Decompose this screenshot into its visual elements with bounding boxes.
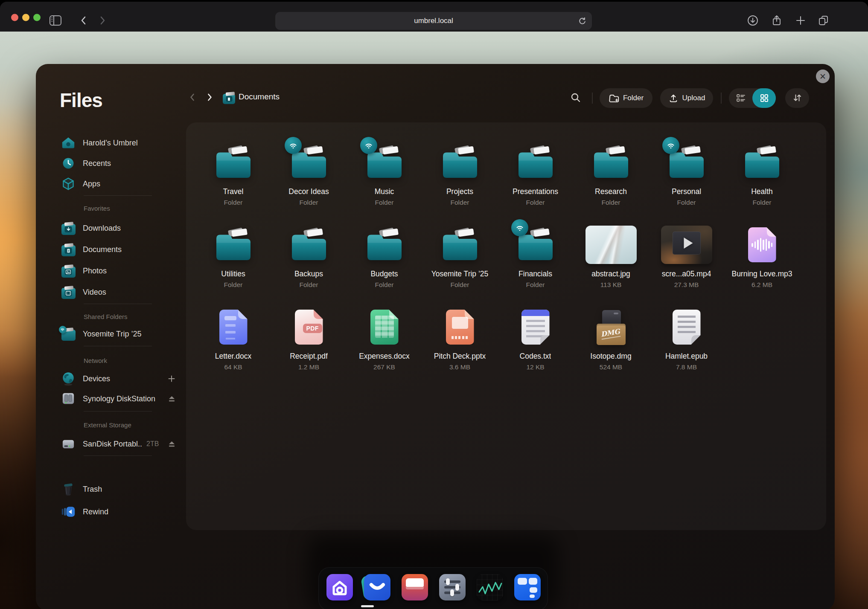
- sidebar-item-label: Documents: [83, 245, 122, 254]
- sidebar-item-documents[interactable]: Documents: [60, 239, 176, 260]
- search-icon[interactable]: [570, 92, 581, 103]
- sidebar-item-yosemite-trip[interactable]: Yosemite Trip ’25: [60, 324, 176, 344]
- nav-back-icon[interactable]: [188, 92, 197, 102]
- close-window-button[interactable]: [11, 14, 18, 21]
- file-tile[interactable]: Research Folder: [573, 132, 649, 214]
- dock: [318, 567, 548, 609]
- close-icon[interactable]: ✕: [816, 70, 830, 83]
- sidebar-item-synology[interactable]: Synology DiskStation: [60, 389, 176, 409]
- eject-icon[interactable]: [168, 441, 176, 448]
- wifi-badge-icon: [511, 219, 528, 236]
- breadcrumb[interactable]: Documents: [239, 92, 280, 102]
- sidebar-item-photos[interactable]: Photos: [60, 261, 176, 281]
- folder-icon: [288, 228, 330, 262]
- file-icon: [508, 306, 563, 348]
- file-tile[interactable]: Codes.txt 12 KB: [498, 296, 573, 379]
- dock-app-umbrel-home[interactable]: [326, 574, 353, 600]
- file-tile[interactable]: Budgets Folder: [347, 214, 422, 296]
- file-tile[interactable]: Letter.docx 64 KB: [195, 296, 271, 379]
- file-name: Hamlet.epub: [665, 352, 708, 361]
- file-name: Expenses.docx: [359, 352, 410, 361]
- sidebar-item-downloads[interactable]: Downloads: [60, 218, 176, 238]
- file-icon: [281, 141, 337, 184]
- file-tile[interactable]: Health Folder: [724, 132, 800, 214]
- file-tile[interactable]: PDF PDF Receipt.pdf 1.2 MB: [271, 296, 347, 379]
- sidebar-divider: [84, 346, 152, 346]
- file-tile[interactable]: Presentations Folder: [498, 132, 573, 214]
- pdf-file-icon: PDF: [295, 310, 323, 345]
- minimize-window-button[interactable]: [22, 14, 29, 21]
- refresh-icon[interactable]: [577, 16, 587, 26]
- file-tile[interactable]: abstract.jpg 113 KB: [573, 214, 649, 296]
- file-name: Burning Love.mp3: [731, 270, 792, 278]
- sidebar-toggle-icon[interactable]: [49, 15, 62, 26]
- file-meta: Folder: [451, 199, 469, 206]
- new-tab-icon[interactable]: [795, 15, 806, 26]
- dock-app-metrics[interactable]: [477, 574, 503, 600]
- downloads-folder-icon: [60, 222, 77, 235]
- home-icon: [326, 574, 353, 600]
- dock-app-settings[interactable]: [439, 574, 466, 600]
- sidebar-item-label: Rewind: [83, 508, 108, 516]
- folder-icon: [741, 145, 783, 180]
- sidebar-item-devices[interactable]: Devices: [60, 368, 176, 389]
- dock-app-widgets[interactable]: [514, 574, 541, 600]
- file-meta: 64 KB: [224, 363, 242, 371]
- nas-icon: [60, 392, 77, 406]
- file-tile[interactable]: Hamlet.epub 7.8 MB: [649, 296, 724, 379]
- file-tile[interactable]: Financials Folder: [498, 214, 573, 296]
- file-tile[interactable]: Projects Folder: [422, 132, 498, 214]
- sidebar-item-recents[interactable]: Recents: [60, 153, 176, 174]
- file-tile[interactable]: DMG DMG Isotope.dmg 524 MB: [573, 296, 649, 379]
- file-tile[interactable]: scre...a05.mp4 27.3 MB: [649, 214, 724, 296]
- new-folder-button[interactable]: Folder: [600, 88, 652, 108]
- sidebar-item-home[interactable]: Harold’s Umbrel: [60, 133, 176, 153]
- dock-app-store[interactable]: [364, 574, 390, 600]
- smile-icon: [364, 574, 390, 600]
- file-tile[interactable]: Decor Ideas Folder: [271, 132, 347, 214]
- play-icon: [684, 238, 693, 249]
- eject-icon[interactable]: [168, 395, 176, 403]
- file-icon: [583, 223, 639, 266]
- sidebar-item-trash[interactable]: Trash: [60, 479, 176, 499]
- sidebar-item-apps[interactable]: Apps: [60, 174, 176, 194]
- sidebar-item-label: Recents: [83, 159, 111, 168]
- address-bar[interactable]: umbrel.local: [275, 12, 592, 30]
- file-name: Yosemite Trip ’25: [431, 270, 489, 278]
- file-tile[interactable]: Pitch Deck.pptx 3.6 MB: [422, 296, 498, 379]
- file-tile[interactable]: Burning Love.mp3 6.2 MB: [724, 214, 800, 296]
- forward-icon[interactable]: [97, 15, 108, 26]
- sidebar-item-videos[interactable]: Videos: [60, 282, 176, 302]
- file-meta: 6.2 MB: [751, 281, 772, 289]
- file-tile[interactable]: Backups Folder: [271, 214, 347, 296]
- file-meta: 1.2 MB: [298, 363, 319, 371]
- file-tile[interactable]: Expenses.docx 267 KB: [347, 296, 422, 379]
- file-tile[interactable]: Yosemite Trip ’25 Folder: [422, 214, 498, 296]
- file-tile[interactable]: Music Folder: [347, 132, 422, 214]
- sidebar-divider: [84, 195, 152, 196]
- tab-overview-icon[interactable]: [818, 14, 830, 26]
- sidebar-item-label: Trash: [83, 485, 102, 494]
- sidebar-item-label: SanDisk Portabl..: [83, 440, 142, 449]
- back-icon[interactable]: [79, 15, 89, 26]
- list-view-button[interactable]: [729, 88, 752, 108]
- sort-button[interactable]: [785, 88, 809, 108]
- file-name: Backups: [294, 270, 323, 278]
- share-icon[interactable]: [771, 14, 782, 26]
- video-thumbnail: [661, 226, 712, 264]
- file-tile[interactable]: Travel Folder: [195, 132, 271, 214]
- sidebar-item-rewind[interactable]: Rewind: [60, 502, 176, 522]
- nav-forward-icon[interactable]: [205, 92, 214, 102]
- downloads-icon[interactable]: [747, 14, 759, 26]
- upload-button[interactable]: Upload: [660, 88, 713, 108]
- zoom-window-button[interactable]: [33, 14, 41, 21]
- sidebar-item-label: Apps: [83, 180, 100, 188]
- add-device-icon[interactable]: [167, 374, 176, 383]
- dock-app-files[interactable]: [402, 574, 428, 600]
- grid-view-button[interactable]: [752, 88, 776, 108]
- file-name: Budgets: [370, 270, 398, 278]
- sidebar-divider: [84, 455, 152, 456]
- sidebar-item-sandisk[interactable]: SanDisk Portabl.. 2TB: [60, 434, 176, 454]
- file-tile[interactable]: Personal Folder: [649, 132, 724, 214]
- file-tile[interactable]: Utilities Folder: [195, 214, 271, 296]
